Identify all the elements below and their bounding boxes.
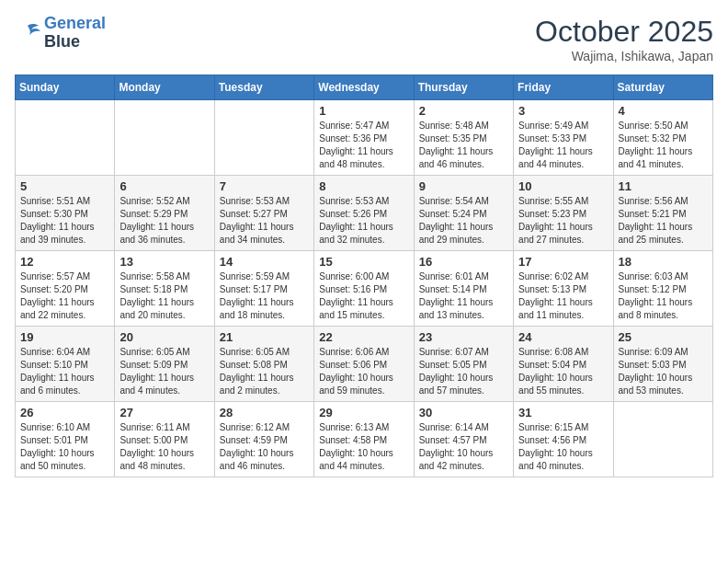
day-number: 5: [20, 179, 109, 193]
day-info: Sunrise: 5:51 AM Sunset: 5:30 PM Dayligh…: [20, 195, 109, 247]
calendar-cell: 14Sunrise: 5:59 AM Sunset: 5:17 PM Dayli…: [214, 251, 313, 327]
calendar-cell: 29Sunrise: 6:13 AM Sunset: 4:58 PM Dayli…: [314, 402, 414, 477]
calendar-cell: 12Sunrise: 5:57 AM Sunset: 5:20 PM Dayli…: [16, 251, 115, 327]
day-number: 1: [319, 104, 408, 118]
day-number: 20: [119, 330, 209, 344]
day-info: Sunrise: 5:53 AM Sunset: 5:27 PM Dayligh…: [220, 195, 309, 247]
day-number: 8: [319, 179, 408, 193]
calendar-cell: 17Sunrise: 6:02 AM Sunset: 5:13 PM Dayli…: [514, 251, 613, 327]
calendar-cell: 1Sunrise: 5:47 AM Sunset: 5:36 PM Daylig…: [314, 100, 414, 176]
calendar-cell: 4Sunrise: 5:50 AM Sunset: 5:32 PM Daylig…: [613, 100, 712, 176]
calendar-cell: 26Sunrise: 6:10 AM Sunset: 5:01 PM Dayli…: [16, 402, 115, 477]
calendar-cell: 9Sunrise: 5:54 AM Sunset: 5:24 PM Daylig…: [414, 176, 513, 251]
calendar-cell: 27Sunrise: 6:11 AM Sunset: 5:00 PM Dayli…: [115, 402, 214, 477]
day-number: 13: [119, 255, 209, 269]
day-number: 23: [419, 330, 508, 344]
calendar-cell: [613, 402, 712, 477]
calendar-cell: 23Sunrise: 6:07 AM Sunset: 5:05 PM Dayli…: [414, 327, 513, 402]
day-number: 15: [319, 255, 408, 269]
day-info: Sunrise: 6:05 AM Sunset: 5:08 PM Dayligh…: [220, 346, 309, 397]
calendar-cell: 24Sunrise: 6:08 AM Sunset: 5:04 PM Dayli…: [514, 327, 613, 402]
day-number: 30: [419, 406, 508, 419]
day-info: Sunrise: 6:09 AM Sunset: 5:03 PM Dayligh…: [619, 346, 708, 397]
month-title: October 2025: [535, 15, 713, 49]
title-block: October 2025 Wajima, Ishikawa, Japan: [535, 15, 713, 63]
day-info: Sunrise: 5:49 AM Sunset: 5:33 PM Dayligh…: [518, 120, 608, 171]
calendar-cell: 2Sunrise: 5:48 AM Sunset: 5:35 PM Daylig…: [414, 100, 513, 176]
day-info: Sunrise: 5:58 AM Sunset: 5:18 PM Dayligh…: [119, 270, 209, 322]
day-number: 28: [220, 406, 309, 419]
day-number: 25: [619, 330, 708, 344]
weekday-header-thursday: Thursday: [414, 75, 513, 100]
day-info: Sunrise: 5:47 AM Sunset: 5:36 PM Dayligh…: [319, 120, 408, 171]
day-number: 22: [319, 330, 408, 344]
calendar-cell: 20Sunrise: 6:05 AM Sunset: 5:09 PM Dayli…: [115, 327, 214, 402]
day-info: Sunrise: 6:00 AM Sunset: 5:16 PM Dayligh…: [319, 270, 408, 322]
calendar-week-row: 26Sunrise: 6:10 AM Sunset: 5:01 PM Dayli…: [16, 402, 713, 477]
calendar-cell: 28Sunrise: 6:12 AM Sunset: 4:59 PM Dayli…: [214, 402, 313, 477]
day-info: Sunrise: 6:15 AM Sunset: 4:56 PM Dayligh…: [518, 421, 608, 473]
calendar-cell: 3Sunrise: 5:49 AM Sunset: 5:33 PM Daylig…: [514, 100, 613, 176]
day-number: 24: [518, 330, 608, 344]
logo-icon: [15, 22, 40, 44]
calendar-cell: [214, 100, 313, 176]
logo: General Blue: [15, 15, 106, 52]
day-info: Sunrise: 5:57 AM Sunset: 5:20 PM Dayligh…: [20, 270, 109, 322]
day-info: Sunrise: 5:50 AM Sunset: 5:32 PM Dayligh…: [619, 120, 708, 171]
calendar-cell: 19Sunrise: 6:04 AM Sunset: 5:10 PM Dayli…: [16, 327, 115, 402]
day-info: Sunrise: 5:56 AM Sunset: 5:21 PM Dayligh…: [619, 195, 708, 247]
weekday-header-wednesday: Wednesday: [314, 75, 414, 100]
day-info: Sunrise: 6:01 AM Sunset: 5:14 PM Dayligh…: [419, 270, 508, 322]
day-number: 18: [619, 255, 708, 269]
day-number: 31: [518, 406, 608, 419]
calendar-cell: 25Sunrise: 6:09 AM Sunset: 5:03 PM Dayli…: [613, 327, 712, 402]
calendar-cell: 10Sunrise: 5:55 AM Sunset: 5:23 PM Dayli…: [514, 176, 613, 251]
day-info: Sunrise: 6:05 AM Sunset: 5:09 PM Dayligh…: [119, 346, 209, 397]
calendar-table: SundayMondayTuesdayWednesdayThursdayFrid…: [15, 75, 713, 477]
weekday-header-sunday: Sunday: [16, 75, 115, 100]
day-info: Sunrise: 6:06 AM Sunset: 5:06 PM Dayligh…: [319, 346, 408, 397]
day-number: 12: [20, 255, 109, 269]
calendar-week-row: 5Sunrise: 5:51 AM Sunset: 5:30 PM Daylig…: [16, 176, 713, 251]
day-number: 6: [119, 179, 209, 193]
weekday-header-friday: Friday: [514, 75, 613, 100]
calendar-cell: 22Sunrise: 6:06 AM Sunset: 5:06 PM Dayli…: [314, 327, 414, 402]
day-number: 2: [419, 104, 508, 118]
day-info: Sunrise: 6:10 AM Sunset: 5:01 PM Dayligh…: [20, 421, 109, 473]
calendar-cell: 13Sunrise: 5:58 AM Sunset: 5:18 PM Dayli…: [115, 251, 214, 327]
calendar-cell: 6Sunrise: 5:52 AM Sunset: 5:29 PM Daylig…: [115, 176, 214, 251]
day-number: 19: [20, 330, 109, 344]
calendar-cell: [115, 100, 214, 176]
calendar-week-row: 12Sunrise: 5:57 AM Sunset: 5:20 PM Dayli…: [16, 251, 713, 327]
calendar-cell: 21Sunrise: 6:05 AM Sunset: 5:08 PM Dayli…: [214, 327, 313, 402]
day-info: Sunrise: 6:11 AM Sunset: 5:00 PM Dayligh…: [119, 421, 209, 473]
calendar-cell: 5Sunrise: 5:51 AM Sunset: 5:30 PM Daylig…: [16, 176, 115, 251]
day-number: 27: [119, 406, 209, 419]
calendar-week-row: 19Sunrise: 6:04 AM Sunset: 5:10 PM Dayli…: [16, 327, 713, 402]
calendar-cell: 7Sunrise: 5:53 AM Sunset: 5:27 PM Daylig…: [214, 176, 313, 251]
location: Wajima, Ishikawa, Japan: [535, 49, 713, 63]
day-number: 14: [220, 255, 309, 269]
day-number: 11: [619, 179, 708, 193]
page-header: General Blue October 2025 Wajima, Ishika…: [15, 15, 713, 63]
calendar-cell: 11Sunrise: 5:56 AM Sunset: 5:21 PM Dayli…: [613, 176, 712, 251]
day-number: 7: [220, 179, 309, 193]
day-info: Sunrise: 6:02 AM Sunset: 5:13 PM Dayligh…: [518, 270, 608, 322]
day-number: 29: [319, 406, 408, 419]
day-number: 9: [419, 179, 508, 193]
day-number: 21: [220, 330, 309, 344]
calendar-cell: 8Sunrise: 5:53 AM Sunset: 5:26 PM Daylig…: [314, 176, 414, 251]
calendar-cell: [16, 100, 115, 176]
day-info: Sunrise: 5:48 AM Sunset: 5:35 PM Dayligh…: [419, 120, 508, 171]
day-info: Sunrise: 6:12 AM Sunset: 4:59 PM Dayligh…: [220, 421, 309, 473]
day-info: Sunrise: 5:55 AM Sunset: 5:23 PM Dayligh…: [518, 195, 608, 247]
weekday-header-monday: Monday: [115, 75, 214, 100]
weekday-header-row: SundayMondayTuesdayWednesdayThursdayFrid…: [16, 75, 713, 100]
calendar-cell: 15Sunrise: 6:00 AM Sunset: 5:16 PM Dayli…: [314, 251, 414, 327]
day-info: Sunrise: 6:04 AM Sunset: 5:10 PM Dayligh…: [20, 346, 109, 397]
day-number: 3: [518, 104, 608, 118]
day-info: Sunrise: 6:07 AM Sunset: 5:05 PM Dayligh…: [419, 346, 508, 397]
day-number: 16: [419, 255, 508, 269]
day-info: Sunrise: 6:08 AM Sunset: 5:04 PM Dayligh…: [518, 346, 608, 397]
day-info: Sunrise: 6:03 AM Sunset: 5:12 PM Dayligh…: [619, 270, 708, 322]
